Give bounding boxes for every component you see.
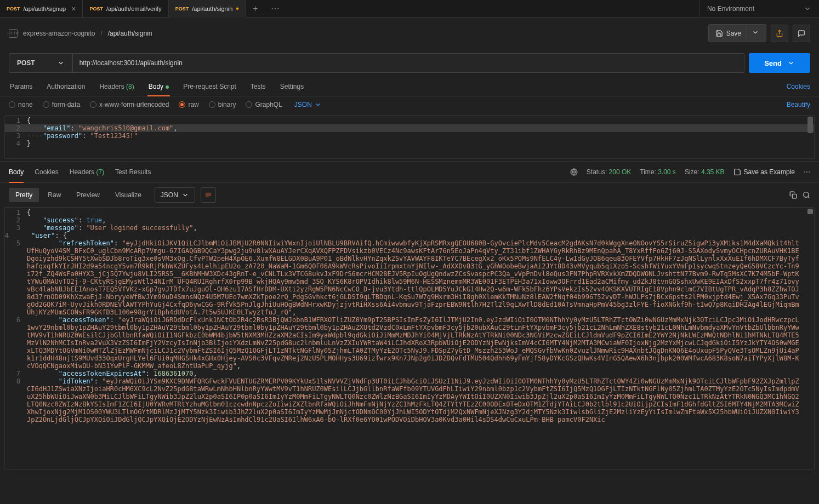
wrap-icon	[204, 191, 212, 199]
save-icon	[715, 30, 723, 37]
url-input[interactable]: http://localhost:3001/api/auth/signin	[73, 53, 745, 73]
body-type-formdata[interactable]: form-data	[43, 101, 80, 108]
http-icon: HTTP	[9, 29, 18, 38]
environment-selector[interactable]: No Environment	[699, 0, 819, 18]
body-active-dot	[166, 85, 169, 89]
tab-prerequest[interactable]: Pre-request Script	[182, 77, 237, 96]
method-select[interactable]: POST	[9, 53, 73, 73]
add-tab-button[interactable]: +	[246, 4, 264, 14]
tab-close-icon[interactable]: ×	[71, 4, 76, 13]
share-button[interactable]	[771, 25, 788, 42]
unsaved-dot-icon: •	[236, 4, 239, 13]
tab-params[interactable]: Params	[9, 77, 33, 96]
status-label: Status: 200 OK	[587, 168, 631, 176]
chevron-down-icon	[57, 59, 65, 67]
size-label: Size: 4.35 KB	[685, 168, 725, 176]
scrollbar-thumb[interactable]	[807, 117, 813, 133]
body-type-none[interactable]: none	[9, 101, 33, 108]
view-visualize[interactable]: Visualize	[109, 188, 148, 202]
wrap-lines-button[interactable]	[201, 187, 216, 203]
raw-lang-select[interactable]: JSON	[294, 101, 322, 108]
save-chevron[interactable]	[747, 28, 759, 38]
view-raw[interactable]: Raw	[41, 188, 67, 202]
request-body-editor[interactable]: 1{ 2····"email": "wangchris510@gmail.com…	[4, 115, 815, 159]
tab-more-button[interactable]: ⋯	[264, 3, 286, 14]
more-icon[interactable]: ⋯	[804, 168, 810, 176]
tab-settings[interactable]: Settings	[279, 77, 305, 96]
svg-rect-6	[792, 194, 797, 198]
comments-button[interactable]	[793, 25, 810, 42]
save-button[interactable]: Save	[708, 24, 766, 42]
cookies-link[interactable]: Cookies	[787, 83, 810, 90]
chevron-down-icon	[804, 5, 811, 13]
view-preview[interactable]: Preview	[70, 188, 106, 202]
search-icon[interactable]	[803, 191, 810, 199]
svg-point-7	[804, 192, 809, 197]
tab-signin[interactable]: POST /api/auth/signin •	[169, 0, 246, 18]
beautify-button[interactable]: Beautify	[787, 101, 810, 108]
copy-icon[interactable]	[789, 191, 797, 199]
scrollbar-thumb[interactable]	[807, 209, 813, 214]
chevron-down-icon	[181, 191, 189, 199]
tab-tests[interactable]: Tests	[249, 77, 267, 96]
send-button[interactable]: Send	[749, 53, 810, 73]
body-type-urlencoded[interactable]: x-www-form-urlencoded	[90, 101, 169, 108]
tab-headers[interactable]: Headers (8)	[98, 77, 135, 96]
response-body-editor[interactable]: 1{ 2 "success": true, 3 "message": "User…	[4, 207, 815, 470]
save-example-button[interactable]: Save as Example	[733, 168, 795, 176]
tab-signup[interactable]: POST /api/auth/signup ×	[0, 0, 83, 18]
body-type-graphql[interactable]: GraphQL	[246, 101, 282, 108]
body-type-binary[interactable]: binary	[209, 101, 236, 108]
chevron-down-icon	[787, 59, 795, 67]
body-type-raw[interactable]: raw	[179, 101, 198, 108]
resp-tab-cookies[interactable]: Cookies	[35, 166, 58, 178]
chevron-down-icon	[314, 101, 322, 108]
share-icon	[776, 30, 783, 37]
tab-authorization[interactable]: Authorization	[46, 77, 86, 96]
resp-tab-body[interactable]: Body	[9, 166, 24, 178]
network-icon[interactable]	[570, 168, 578, 176]
breadcrumb-collection[interactable]: express-amazon-cognito	[23, 30, 95, 37]
time-label: Time: 3.00 s	[640, 168, 676, 176]
svg-line-8	[808, 197, 810, 198]
tab-verify[interactable]: POST /api/auth/email/verify	[83, 0, 168, 18]
tab-body[interactable]: Body	[147, 77, 170, 96]
view-pretty[interactable]: Pretty	[9, 188, 39, 202]
resp-lang-select[interactable]: JSON	[155, 187, 195, 203]
resp-tab-headers[interactable]: Headers (7)	[70, 166, 104, 178]
resp-tab-tests[interactable]: Test Results	[115, 166, 151, 178]
comment-icon	[798, 30, 805, 37]
save-icon	[733, 168, 741, 176]
chevron-down-icon	[752, 28, 759, 36]
breadcrumb-request: /api/auth/signin	[108, 30, 152, 37]
